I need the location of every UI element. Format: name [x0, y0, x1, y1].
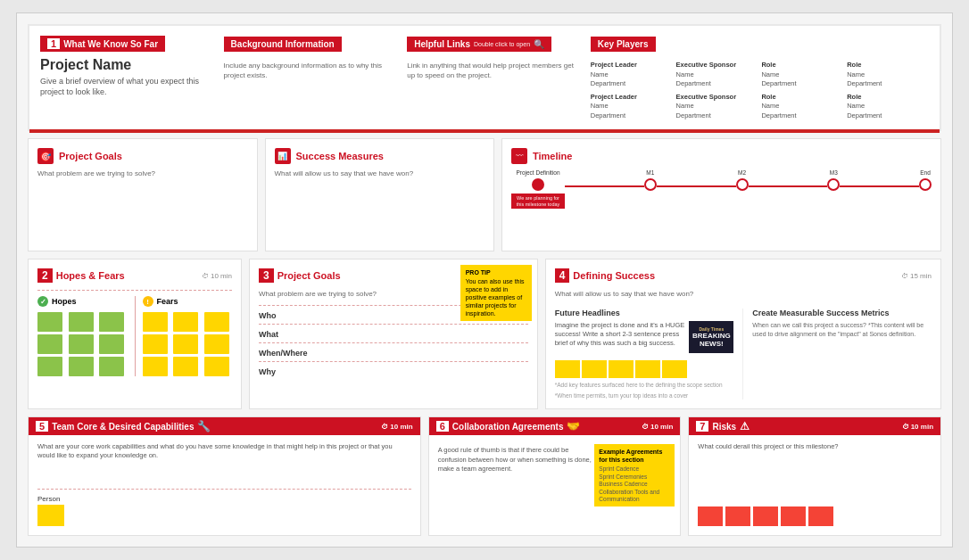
section-3-num: 3 [259, 268, 274, 283]
section-7-card: 7 Risks ⚠ ⏱ 10 min What could derail thi… [688, 416, 941, 536]
tl-label-3: M3 [830, 169, 838, 176]
future-headlines: Future Headlines Daily Times BREAKING NE… [555, 309, 734, 399]
key-players-badge: Key Players [591, 37, 656, 52]
project-goals-title-bar: 🎯 Project Goals [37, 148, 248, 164]
success-sticky-5 [662, 360, 687, 378]
success-sticky-2 [582, 360, 607, 378]
pro-tip: PRO TIP You can also use this space to a… [460, 265, 532, 321]
section-7-desc: What could derail this project or this m… [698, 442, 932, 452]
sticky-green-5 [69, 334, 94, 354]
player-4: Project Leader Name Department [591, 93, 673, 121]
success-divider [742, 309, 743, 399]
goal-row-what: What [259, 324, 528, 342]
sticky-yellow-8 [173, 357, 198, 376]
tl-line-0 [565, 185, 644, 187]
section-bottom: 2 Hopes & Fears ⏱ 10 min ✓ Hopes [28, 259, 941, 409]
timeline-card: 〰 Timeline Project Definition We are pla… [501, 138, 941, 251]
sticky-yellow-1 [143, 312, 168, 332]
handshake-icon: 🤝 [567, 420, 580, 432]
hopes-header: ✓ Hopes [37, 296, 128, 307]
future-headlines-title: Future Headlines [555, 309, 734, 317]
section-6-timer: ⏱ 10 min [642, 423, 673, 431]
hopes-icon: ✓ [37, 296, 48, 307]
example-title: Example Agreements for this section [599, 448, 670, 464]
tl-label-4: End [920, 169, 931, 176]
tl-node-2: M2 [736, 169, 749, 191]
hopes-fears-grid: ✓ Hopes [37, 290, 232, 376]
example-item-1: Sprint Cadence [599, 465, 670, 473]
section-5-desc: What are your core work capabilities and… [37, 442, 411, 460]
timeline-icon: 〰 [511, 148, 527, 164]
tl-dot-2 [736, 178, 749, 191]
section-2-label: Hopes & Fears [56, 270, 125, 281]
risk-sticky-5 [808, 506, 833, 526]
project-goals-card: 🎯 Project Goals What problem are we tryi… [28, 138, 258, 251]
pro-tip-title: PRO TIP [466, 268, 526, 276]
section-6-label: Collaboration Agreements [452, 422, 564, 432]
example-item-2: Sprint Ceremonies [599, 474, 670, 481]
fears-stickies [143, 312, 233, 376]
background-label: Background Information [231, 39, 335, 49]
success-note-1: *Add key features surfaced here to the d… [555, 382, 734, 389]
tl-line-2 [749, 185, 828, 187]
canvas: 1 What We Know So Far Project Name Give … [16, 12, 953, 548]
section-4-num: 4 [555, 268, 570, 283]
section-5-label: Team Core & Desired Capabilities [52, 422, 194, 432]
section-1-label: What We Know So Far [63, 39, 158, 49]
timeline-track: Project Definition We are planning for t… [511, 169, 932, 209]
risk-sticky-2 [725, 506, 750, 526]
section-1-num: 1 [47, 38, 60, 49]
tl-node-0: Project Definition We are planning for t… [511, 169, 565, 209]
sticky-green-9 [99, 357, 124, 376]
project-goals-subtitle: What problem are we trying to solve? [37, 169, 248, 178]
tl-node-3: M3 [827, 169, 840, 191]
helpful-double: Double click to open [474, 41, 530, 47]
sticky-yellow-5 [173, 334, 198, 354]
goal-row-when: When/Where [259, 342, 528, 361]
success-inner: Future Headlines Daily Times BREAKING NE… [555, 309, 932, 399]
sticky-green-4 [37, 334, 62, 354]
section-4-card: 4 Defining Success ⏱ 15 min What will al… [545, 259, 941, 409]
fears-col: ! Fears [143, 296, 233, 376]
hopes-col: ✓ Hopes [37, 296, 128, 376]
player-5: Executive Sponsor Name Department [676, 93, 758, 121]
sticky-green-7 [37, 357, 62, 376]
hopes-fears-header: 2 Hopes & Fears ⏱ 10 min [37, 268, 232, 283]
hopes-fears-divider [135, 296, 136, 376]
success-sticky-3 [609, 360, 634, 378]
success-measures-title: Success Measures [296, 151, 384, 161]
section-middle-row: 🎯 Project Goals What problem are we tryi… [28, 138, 941, 251]
section-6-card: 6 Collaboration Agreements 🤝 ⏱ 10 min Ex… [428, 416, 682, 536]
news-image: Daily Times BREAKING NEWS! [689, 321, 733, 353]
player-1: Executive Sponsor Name Department [676, 61, 758, 89]
success-stickies [555, 360, 734, 378]
section-5-header: 5 Team Core & Desired Capabilities 🔧 ⏱ 1… [29, 417, 420, 435]
timeline-title: Timeline [533, 151, 572, 161]
section-3-label: Project Goals [277, 270, 341, 281]
section-4-timer: ⏱ 15 min [901, 272, 932, 280]
helpful-badge: Helpful Links Double click to open 🔍 [407, 37, 551, 52]
tl-line-3 [840, 185, 919, 187]
section-1-banner: 1 What We Know So Far Project Name Give … [28, 24, 941, 131]
measurable-title: Create Measurable Success Metrics [752, 309, 932, 317]
fears-icon: ! [143, 296, 153, 307]
example-agreements: Example Agreements for this section Spri… [594, 444, 675, 506]
section-5-card: 5 Team Core & Desired Capabilities 🔧 ⏱ 1… [28, 416, 421, 536]
tl-label-2: M2 [738, 169, 746, 176]
tl-line-1 [657, 185, 736, 187]
sticky-green-3 [99, 312, 124, 332]
wrench-icon: 🔧 [197, 420, 211, 432]
tl-dot-3 [827, 178, 840, 191]
bottom-row: 5 Team Core & Desired Capabilities 🔧 ⏱ 1… [28, 416, 941, 536]
person-block: Person [37, 495, 64, 526]
measurable-desc: When can we call this project a success?… [752, 321, 932, 337]
sticky-green-1 [37, 312, 62, 332]
section-1-badge: 1 What We Know So Far [40, 36, 165, 52]
key-players-col: Key Players Project Leader Name Departme… [591, 35, 929, 120]
sticky-yellow-7 [143, 357, 168, 376]
goal-row-why: Why [259, 361, 528, 380]
background-badge: Background Information [224, 37, 342, 52]
player-6: Role Name Department [761, 93, 843, 121]
project-name[interactable]: Project Name [40, 57, 210, 73]
sticky-green-6 [99, 334, 124, 354]
